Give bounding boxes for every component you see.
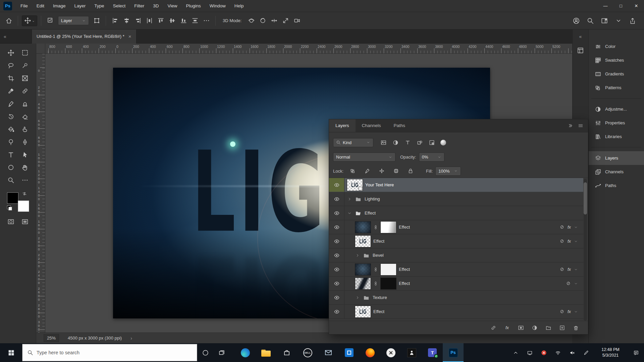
visibility-toggle[interactable] <box>329 305 344 318</box>
opacity-dropdown[interactable]: 0% <box>419 153 444 162</box>
filter-pixel-button[interactable] <box>378 138 389 147</box>
taskbar-app-mail[interactable] <box>318 343 339 362</box>
document-tab[interactable]: Untitled-1 @ 25% (Your Text Here, RGB/8#… <box>32 29 137 44</box>
menu-item-3d[interactable]: 3D <box>149 0 163 12</box>
new-adjustment-button[interactable] <box>531 324 539 332</box>
expand-arrow-icon[interactable] <box>347 211 352 216</box>
menu-item-view[interactable]: View <box>163 0 181 12</box>
panel-tab-channels[interactable]: Channels <box>356 119 387 132</box>
document-tab-close[interactable]: × <box>128 34 131 39</box>
horizontal-ruler[interactable]: 8006004002000200400600800100012001400160… <box>45 44 572 54</box>
hand-tool-button[interactable] <box>19 162 32 173</box>
dodge-tool-button[interactable] <box>5 136 17 147</box>
smudge-tool-button[interactable] <box>19 123 32 135</box>
layers-scrollbar[interactable] <box>584 179 587 321</box>
align-right-button[interactable] <box>132 15 143 26</box>
layer-thumbnail[interactable]: LIG <box>355 306 371 317</box>
tray-alert-button[interactable] <box>537 343 551 362</box>
dolly-3d-button[interactable] <box>291 15 302 26</box>
layer-group-row[interactable]: Lighting <box>329 192 583 206</box>
dock-item-swatches[interactable]: Swatches <box>589 53 644 67</box>
layer-thumbnail[interactable]: LIG <box>347 179 363 191</box>
layer-thumbnail[interactable]: LIG <box>355 236 371 247</box>
dock-item-paths[interactable]: Paths <box>589 179 644 192</box>
expand-dock-button[interactable]: « <box>576 29 586 44</box>
layer-thumbnail[interactable] <box>355 222 371 233</box>
eyedropper-tool-button[interactable] <box>5 85 17 97</box>
layer-group-row[interactable]: Effect <box>329 206 583 220</box>
layer-effects-fx[interactable]: fx <box>568 267 571 272</box>
align-center-h-button[interactable] <box>121 15 132 26</box>
chevron-down-icon[interactable] <box>574 267 578 272</box>
taskbar-app-store[interactable] <box>276 343 297 362</box>
distribute-v-button[interactable] <box>190 15 200 26</box>
menu-item-edit[interactable]: Edit <box>32 0 49 12</box>
zoom-level[interactable]: 25% <box>44 334 59 342</box>
tray-pen-button[interactable] <box>579 343 593 362</box>
chevron-down-icon[interactable] <box>574 239 578 243</box>
home-button[interactable] <box>3 15 14 26</box>
visibility-toggle[interactable] <box>329 178 344 192</box>
brush-tool-button[interactable] <box>5 98 17 109</box>
type-tool-button[interactable] <box>5 149 17 160</box>
foreground-color-swatch[interactable] <box>7 192 18 204</box>
lock-all-button[interactable] <box>405 166 416 176</box>
task-view-button[interactable] <box>213 343 229 362</box>
menu-item-select[interactable]: Select <box>109 0 130 12</box>
taskbar-clock[interactable]: 12:48 PM 5/3/2021 <box>595 347 626 359</box>
quick-select-tool-button[interactable] <box>19 60 32 71</box>
taskbar-app-app-person[interactable] <box>401 343 422 362</box>
zoom-button[interactable] <box>585 15 596 26</box>
layer-thumbnail[interactable] <box>355 264 371 275</box>
filter-shape-button[interactable] <box>414 138 425 147</box>
filter-toggle[interactable] <box>440 140 446 145</box>
auto-select-toggle[interactable] <box>45 15 56 26</box>
minimize-button[interactable]: — <box>598 0 613 12</box>
dock-item-patterns[interactable]: Patterns <box>589 81 644 95</box>
taskbar-search[interactable] <box>22 344 197 361</box>
status-expand-chevron[interactable]: › <box>130 336 132 341</box>
menu-item-layer[interactable]: Layer <box>70 0 90 12</box>
crop-tool-button[interactable] <box>5 72 17 84</box>
filter-smart-object-button[interactable] <box>426 138 437 147</box>
move-tool-button[interactable] <box>5 47 17 58</box>
taskbar-app-edge[interactable] <box>235 343 256 362</box>
lock-position-button[interactable] <box>376 166 387 176</box>
layer-row[interactable]: LIGEffectfx <box>329 234 583 248</box>
chevron-down-icon[interactable] <box>574 282 578 286</box>
menu-item-type[interactable]: Type <box>90 0 108 12</box>
filter-type-button[interactable] <box>402 138 413 147</box>
taskbar-app-dell[interactable]: DELL <box>297 343 318 362</box>
align-left-button[interactable] <box>110 15 120 26</box>
background-color-swatch[interactable] <box>18 200 29 212</box>
history-brush-tool-button[interactable] <box>5 111 17 122</box>
expand-arrow-icon[interactable] <box>347 197 352 201</box>
frame-tool-button[interactable] <box>19 72 32 84</box>
delete-layer-button[interactable] <box>572 324 580 332</box>
roll-3d-button[interactable] <box>257 15 268 26</box>
marquee-tool-button[interactable] <box>19 47 32 58</box>
screen-mode-button[interactable] <box>19 216 32 227</box>
dock-item-gradients[interactable]: Gradients <box>589 67 644 81</box>
visibility-toggle[interactable] <box>329 248 344 262</box>
restore-button[interactable]: □ <box>613 0 629 12</box>
fill-dropdown[interactable]: 100% <box>435 167 461 176</box>
panel-tab-layers[interactable]: Layers <box>329 119 356 132</box>
taskbar-app-file-explorer[interactable] <box>256 343 276 362</box>
close-button[interactable]: ✕ <box>629 0 644 12</box>
layer-row[interactable]: LIGEffectfx <box>329 305 583 319</box>
quick-mask-button[interactable] <box>5 216 17 227</box>
collapsed-panel-button[interactable] <box>575 45 586 56</box>
transform-controls-toggle[interactable] <box>91 15 102 26</box>
healing-tool-button[interactable] <box>19 85 32 97</box>
taskbar-app-app-blue[interactable] <box>339 343 360 362</box>
clone-stamp-tool-button[interactable] <box>19 98 32 109</box>
auto-select-target-dropdown[interactable]: Layer <box>58 16 89 25</box>
taskbar-app-photoshop[interactable]: Ps <box>443 343 464 362</box>
pen-tool-button[interactable] <box>19 136 32 147</box>
layer-effects-button[interactable]: fx <box>503 324 511 332</box>
dock-item-color[interactable]: Color <box>589 40 644 53</box>
more-dots-button[interactable] <box>201 15 212 26</box>
layer-mask-thumbnail[interactable] <box>381 278 396 289</box>
workspace-switcher-button[interactable] <box>599 15 610 26</box>
